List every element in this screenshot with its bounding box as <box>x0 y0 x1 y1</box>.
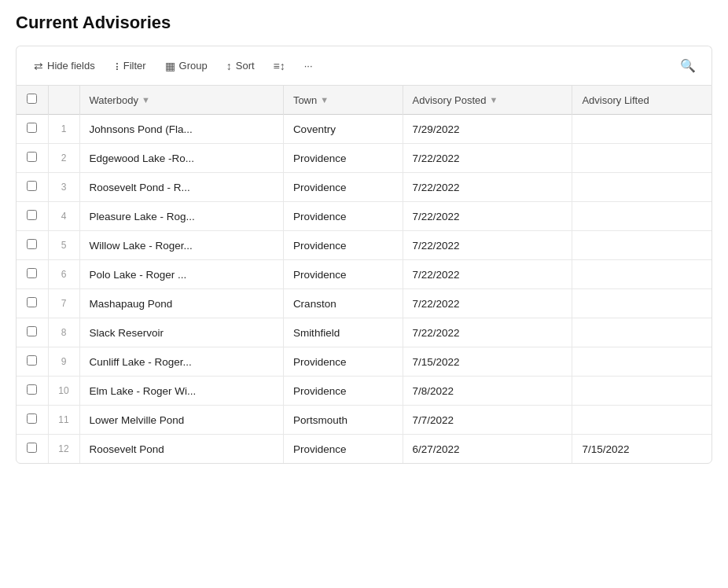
advisory-posted-cell: 7/29/2022 <box>403 115 572 144</box>
row-checkbox[interactable] <box>27 239 37 249</box>
town-cell: Providence <box>283 173 403 202</box>
advisory-lifted-cell <box>572 173 711 202</box>
table-row: 5 Willow Lake - Roger... Providence 7/22… <box>17 231 711 260</box>
town-cell: Providence <box>283 144 403 173</box>
row-checkbox-cell <box>17 318 48 347</box>
advisory-posted-cell: 7/15/2022 <box>403 347 572 377</box>
advisory-lifted-cell <box>572 231 711 260</box>
row-number: 9 <box>48 347 79 377</box>
advisory-posted-cell: 7/22/2022 <box>403 318 572 347</box>
advisory-lifted-cell <box>572 377 711 406</box>
row-number: 3 <box>48 173 79 202</box>
table-row: 4 Pleasure Lake - Rog... Providence 7/22… <box>17 202 711 231</box>
select-all-checkbox[interactable] <box>27 94 37 104</box>
row-checkbox-cell <box>17 289 48 318</box>
row-checkbox[interactable] <box>27 297 37 307</box>
main-container: Current Advisories ⇄ Hide fields ⫶ Filte… <box>0 0 728 476</box>
row-number: 4 <box>48 202 79 231</box>
advisory-posted-cell: 7/22/2022 <box>403 144 572 173</box>
advisory-lifted-label: Advisory Lifted <box>582 94 649 106</box>
table-row: 10 Elm Lake - Roger Wi... Providence 7/8… <box>17 377 711 406</box>
town-cell: Cranston <box>283 289 403 318</box>
town-column-header[interactable]: Town ▼ <box>283 86 403 115</box>
waterbody-cell: Cunliff Lake - Roger... <box>79 347 283 377</box>
waterbody-cell: Mashapaug Pond <box>79 289 283 318</box>
toolbar: ⇄ Hide fields ⫶ Filter ▦ Group ↕ Sort ≡↕… <box>16 46 712 85</box>
row-checkbox[interactable] <box>27 443 37 453</box>
row-checkbox-cell <box>17 435 48 464</box>
advisory-posted-cell: 7/22/2022 <box>403 202 572 231</box>
row-checkbox[interactable] <box>27 326 37 336</box>
hide-fields-icon: ⇄ <box>34 60 43 72</box>
advisory-lifted-cell: 7/15/2022 <box>572 435 711 464</box>
advisory-posted-cell: 7/22/2022 <box>403 173 572 202</box>
town-cell: Providence <box>283 435 403 464</box>
group-label: Group <box>179 60 208 72</box>
advisory-lifted-cell <box>572 144 711 173</box>
checkbox-header <box>17 86 48 115</box>
advisories-table: Waterbody ▼ Town ▼ Advisory Posted <box>17 86 711 463</box>
row-checkbox-cell <box>17 173 48 202</box>
group-button[interactable]: ▦ Group <box>157 56 215 76</box>
row-number: 2 <box>48 144 79 173</box>
waterbody-sort-icon: ▼ <box>142 95 150 105</box>
advisory-posted-column-header[interactable]: Advisory Posted ▼ <box>403 86 572 115</box>
advisory-lifted-cell <box>572 260 711 289</box>
table-row: 8 Slack Reservoir Smithfield 7/22/2022 <box>17 318 711 347</box>
table-row: 9 Cunliff Lake - Roger... Providence 7/1… <box>17 347 711 377</box>
advisory-lifted-cell <box>572 406 711 435</box>
advisory-posted-sort-icon: ▼ <box>489 95 498 105</box>
filter-button[interactable]: ⫶ Filter <box>106 56 154 76</box>
hide-fields-button[interactable]: ⇄ Hide fields <box>26 56 103 76</box>
waterbody-column-header[interactable]: Waterbody ▼ <box>79 86 283 115</box>
waterbody-cell: Polo Lake - Roger ... <box>79 260 283 289</box>
waterbody-cell: Roosevelt Pond <box>79 435 283 464</box>
town-cell: Smithfield <box>283 318 403 347</box>
town-cell: Providence <box>283 231 403 260</box>
row-height-icon: ≡↕ <box>274 60 285 72</box>
advisory-lifted-column-header[interactable]: Advisory Lifted <box>572 86 711 115</box>
row-checkbox[interactable] <box>27 152 37 162</box>
waterbody-cell: Johnsons Pond (Fla... <box>79 115 283 144</box>
row-number: 10 <box>48 377 79 406</box>
row-checkbox[interactable] <box>27 123 37 133</box>
waterbody-cell: Slack Reservoir <box>79 318 283 347</box>
advisory-lifted-cell <box>572 202 711 231</box>
advisory-lifted-cell <box>572 347 711 377</box>
filter-label: Filter <box>123 60 146 72</box>
row-checkbox[interactable] <box>27 210 37 220</box>
waterbody-cell: Elm Lake - Roger Wi... <box>79 377 283 406</box>
table-row: 7 Mashapaug Pond Cranston 7/22/2022 <box>17 289 711 318</box>
row-checkbox[interactable] <box>27 268 37 278</box>
row-number: 7 <box>48 289 79 318</box>
advisory-posted-cell: 7/22/2022 <box>403 289 572 318</box>
row-checkbox-cell <box>17 202 48 231</box>
row-checkbox[interactable] <box>27 181 37 191</box>
more-label: ··· <box>304 60 313 72</box>
row-number: 12 <box>48 435 79 464</box>
advisory-posted-label: Advisory Posted <box>413 94 487 106</box>
row-height-button[interactable]: ≡↕ <box>266 56 293 76</box>
row-checkbox[interactable] <box>27 384 37 395</box>
waterbody-cell: Roosevelt Pond - R... <box>79 173 283 202</box>
hide-fields-label: Hide fields <box>47 60 95 72</box>
sort-button[interactable]: ↕ Sort <box>219 56 263 76</box>
filter-icon: ⫶ <box>114 60 119 72</box>
more-options-button[interactable]: ··· <box>296 56 321 75</box>
row-checkbox-cell <box>17 260 48 289</box>
search-button[interactable]: 🔍 <box>674 54 702 77</box>
row-num-header <box>48 86 79 115</box>
waterbody-label: Waterbody <box>90 94 138 106</box>
town-cell: Providence <box>283 260 403 289</box>
advisory-posted-cell: 7/22/2022 <box>403 260 572 289</box>
town-label: Town <box>293 94 317 106</box>
advisory-lifted-cell <box>572 115 711 144</box>
waterbody-cell: Edgewood Lake -Ro... <box>79 144 283 173</box>
advisory-lifted-cell <box>572 289 711 318</box>
table-row: 12 Roosevelt Pond Providence 6/27/2022 7… <box>17 435 711 464</box>
table-wrapper: Waterbody ▼ Town ▼ Advisory Posted <box>16 85 712 464</box>
row-checkbox[interactable] <box>27 355 37 366</box>
row-checkbox-cell <box>17 144 48 173</box>
row-checkbox[interactable] <box>27 413 37 424</box>
row-number: 6 <box>48 260 79 289</box>
